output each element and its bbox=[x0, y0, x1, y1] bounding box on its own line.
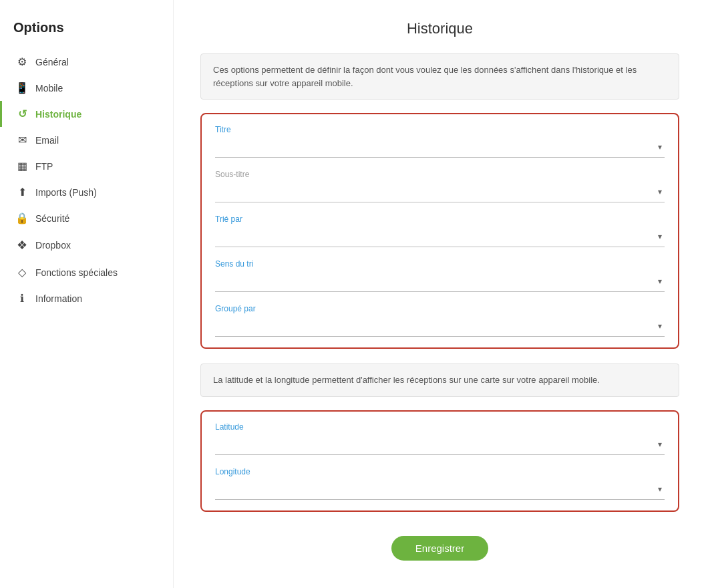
sidebar-item-ftp[interactable]: ▦ FTP bbox=[0, 153, 173, 179]
longitude-select[interactable] bbox=[215, 479, 665, 495]
sidebar-label-information: Information bbox=[35, 293, 82, 304]
sens-tri-select[interactable] bbox=[215, 271, 665, 287]
groupe-par-group: Groupé par ▾ bbox=[215, 304, 665, 337]
sous-titre-select[interactable] bbox=[215, 182, 665, 198]
sens-tri-group: Sens du tri ▾ bbox=[215, 259, 665, 292]
email-icon: ✉ bbox=[15, 134, 29, 146]
gear-icon: ⚙ bbox=[15, 55, 29, 68]
titre-group: Titre ▾ bbox=[215, 125, 665, 158]
latitude-select-wrapper: ▾ bbox=[215, 434, 665, 455]
mobile-icon: 📱 bbox=[15, 82, 29, 94]
sous-titre-group: Sous-titre ▾ bbox=[215, 170, 665, 202]
sidebar-label-dropbox: Dropbox bbox=[35, 240, 71, 251]
titre-select[interactable] bbox=[215, 137, 665, 153]
sidebar-label-ftp: FTP bbox=[35, 161, 53, 172]
sidebar-item-fonctions[interactable]: ◇ Fonctions spéciales bbox=[0, 259, 173, 285]
info-box-2: La latitude et la longitude permettent d… bbox=[200, 363, 679, 397]
latitude-select[interactable] bbox=[215, 434, 665, 450]
trie-par-group: Trié par ▾ bbox=[215, 214, 665, 247]
sidebar-label-imports: Imports (Push) bbox=[35, 187, 97, 198]
special-icon: ◇ bbox=[15, 266, 29, 279]
dropbox-icon: ❖ bbox=[15, 238, 29, 253]
titre-label: Titre bbox=[215, 125, 665, 134]
sidebar-label-general: Général bbox=[35, 57, 69, 67]
trie-par-select[interactable] bbox=[215, 227, 665, 243]
sidebar-item-dropbox[interactable]: ❖ Dropbox bbox=[0, 231, 173, 259]
page-title: Historique bbox=[200, 20, 679, 37]
trie-par-label: Trié par bbox=[215, 214, 665, 224]
sidebar-label-fonctions: Fonctions spéciales bbox=[35, 267, 118, 278]
sous-titre-select-wrapper: ▾ bbox=[215, 182, 665, 202]
latitude-group: Latitude ▾ bbox=[215, 422, 665, 455]
sidebar-item-general[interactable]: ⚙ Général bbox=[0, 49, 173, 75]
lock-icon: 🔒 bbox=[15, 212, 29, 225]
sidebar-item-information[interactable]: ℹ Information bbox=[0, 285, 173, 311]
longitude-label: Longitude bbox=[215, 467, 665, 476]
save-button[interactable]: Enregistrer bbox=[391, 536, 488, 561]
trie-par-select-wrapper: ▾ bbox=[215, 227, 665, 247]
sidebar-item-mobile[interactable]: 📱 Mobile bbox=[0, 75, 173, 101]
sidebar-item-securite[interactable]: 🔒 Sécurité bbox=[0, 205, 173, 231]
latitude-label: Latitude bbox=[215, 422, 665, 432]
sous-titre-label: Sous-titre bbox=[215, 170, 665, 179]
sidebar-label-historique: Historique bbox=[35, 109, 81, 120]
groupe-par-label: Groupé par bbox=[215, 304, 665, 313]
titre-select-wrapper: ▾ bbox=[215, 137, 665, 158]
ftp-icon: ▦ bbox=[15, 160, 29, 172]
sidebar-item-historique[interactable]: ↺ Historique bbox=[0, 101, 173, 127]
sidebar-item-imports[interactable]: ⬆ Imports (Push) bbox=[0, 179, 173, 205]
sidebar-item-email[interactable]: ✉ Email bbox=[0, 127, 173, 153]
sidebar-label-email: Email bbox=[35, 135, 59, 146]
longitude-group: Longitude ▾ bbox=[215, 467, 665, 500]
bottom-form-section: Latitude ▾ Longitude ▾ bbox=[200, 410, 679, 512]
groupe-par-select[interactable] bbox=[215, 316, 665, 332]
sidebar: Options ⚙ Général 📱 Mobile ↺ Historique … bbox=[0, 0, 174, 588]
sidebar-label-mobile: Mobile bbox=[35, 83, 63, 94]
history-icon: ↺ bbox=[15, 108, 29, 120]
imports-icon: ⬆ bbox=[15, 186, 29, 198]
groupe-par-select-wrapper: ▾ bbox=[215, 316, 665, 337]
main-content: Historique Ces options permettent de déf… bbox=[174, 0, 706, 588]
button-row: Enregistrer bbox=[200, 536, 679, 561]
info-box-1: Ces options permettent de définir la faç… bbox=[200, 53, 679, 100]
info-icon: ℹ bbox=[15, 292, 29, 305]
sidebar-label-securite: Sécurité bbox=[35, 213, 69, 224]
sidebar-title: Options bbox=[0, 13, 173, 49]
sens-tri-select-wrapper: ▾ bbox=[215, 271, 665, 292]
sens-tri-label: Sens du tri bbox=[215, 259, 665, 269]
top-form-section: Titre ▾ Sous-titre ▾ bbox=[200, 113, 679, 349]
longitude-select-wrapper: ▾ bbox=[215, 479, 665, 500]
